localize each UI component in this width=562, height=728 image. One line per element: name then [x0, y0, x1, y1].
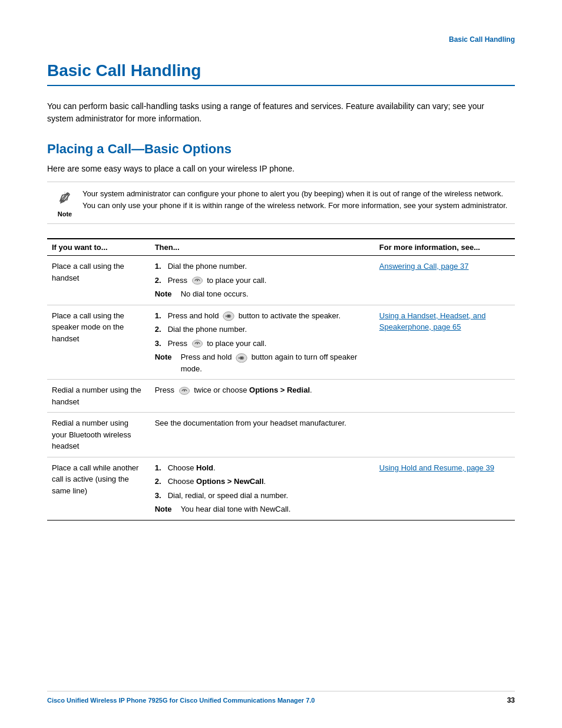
- table-cell-then: 1.Dial the phone number.2.Press to place…: [150, 256, 375, 305]
- table-row: Redial a number using the handsetPress t…: [47, 380, 515, 413]
- title-divider: [47, 85, 515, 86]
- page: Basic Call Handling Basic Call Handling …: [0, 0, 562, 728]
- section-subtitle: Here are some easy ways to place a call …: [47, 164, 515, 173]
- phone-icon: [178, 387, 190, 395]
- speaker-icon: [236, 353, 247, 363]
- table-cell-more: Answering a Call, page 37: [375, 256, 515, 305]
- footer-left: Cisco Unified Wireless IP Phone 7925G fo…: [47, 697, 315, 704]
- table-cell-if: Redial a number using the handset: [47, 380, 150, 413]
- table-cell-then: Press twice or choose Options > Redial.: [150, 380, 375, 413]
- table-cell-if: Place a call while another call is activ…: [47, 457, 150, 520]
- table-cell-more: Using Hold and Resume, page 39: [375, 457, 515, 520]
- more-info-link[interactable]: Answering a Call, page 37: [379, 262, 469, 271]
- intro-text: You can perform basic call-handling task…: [47, 100, 507, 125]
- table-cell-if: Redial a number using your Bluetooth wir…: [47, 413, 150, 457]
- table-cell-more: [375, 380, 515, 413]
- section-title: Placing a Call—Basic Options: [47, 141, 515, 157]
- svg-point-13: [183, 390, 184, 391]
- table-row: Place a call using the handset1.Dial the…: [47, 256, 515, 305]
- footer: Cisco Unified Wireless IP Phone 7925G fo…: [47, 691, 515, 704]
- inline-note: NoteYou hear dial tone with NewCall.: [155, 503, 369, 515]
- inline-note: NotePress and hold button again to turn …: [155, 351, 369, 374]
- header-section-label: Basic Call Handling: [47, 35, 515, 44]
- note-pencil-icon: [57, 189, 73, 209]
- page-title: Basic Call Handling: [47, 61, 515, 80]
- table-cell-more: Using a Handset, Headset, and Speakerpho…: [375, 305, 515, 380]
- more-info-link[interactable]: Using a Handset, Headset, and Speakerpho…: [379, 311, 486, 332]
- table-cell-then: See the documentation from your headset …: [150, 413, 375, 457]
- table-header-row: If you want to... Then... For more infor…: [47, 239, 515, 256]
- table-row: Redial a number using your Bluetooth wir…: [47, 413, 515, 457]
- table-row: Place a call using the speaker mode on t…: [47, 305, 515, 380]
- main-table: If you want to... Then... For more infor…: [47, 238, 515, 521]
- col-more-header: For more information, see...: [375, 239, 515, 256]
- note-label: Note: [58, 210, 72, 218]
- table-cell-then: 1.Choose Hold.2.Choose Options > NewCall…: [150, 457, 375, 520]
- inline-note: NoteNo dial tone occurs.: [155, 288, 369, 300]
- svg-rect-7: [227, 315, 230, 318]
- table-cell-then: 1.Press and hold button to activate the …: [150, 305, 375, 380]
- table-row: Place a call while another call is activ…: [47, 457, 515, 520]
- footer-page-number: 33: [507, 696, 515, 704]
- note-box: Note Your system administrator can confi…: [47, 182, 515, 224]
- svg-rect-11: [240, 356, 243, 359]
- table-cell-if: Place a call using the speaker mode on t…: [47, 305, 150, 380]
- speaker-icon: [223, 311, 234, 321]
- phone-icon: [191, 340, 203, 348]
- table-cell-if: Place a call using the handset: [47, 256, 150, 305]
- col-if-header: If you want to...: [47, 239, 150, 256]
- svg-point-9: [196, 343, 197, 344]
- note-icon-area: Note: [47, 188, 82, 218]
- svg-point-5: [196, 280, 197, 281]
- phone-icon: [191, 276, 203, 285]
- note-content: Your system administrator can configure …: [82, 188, 515, 211]
- col-then-header: Then...: [150, 239, 375, 256]
- more-info-link[interactable]: Using Hold and Resume, page 39: [379, 463, 494, 472]
- table-cell-more: [375, 413, 515, 457]
